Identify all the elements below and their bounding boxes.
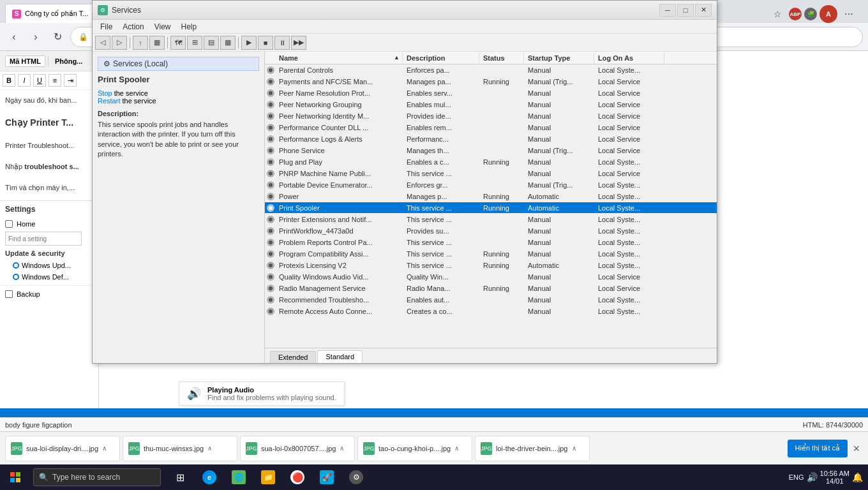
service-row[interactable]: Peer Networking Identity M... Provides i… [265, 110, 717, 122]
settings-search-input[interactable] [5, 232, 82, 246]
download-chevron-icon[interactable]: ∧ [340, 445, 344, 452]
download-chevron-icon[interactable]: ∧ [572, 445, 576, 452]
services-tab-extended[interactable]: Extended [270, 351, 316, 363]
service-name: Printer Extensions and Notif... [276, 216, 404, 223]
service-row[interactable]: Plug and Play Enables a c... Running Man… [265, 156, 717, 168]
windows-defender-item[interactable]: Windows Def... [0, 271, 98, 283]
service-row[interactable]: Print Spooler This service ... Running A… [265, 202, 717, 214]
extension-puzzle-icon[interactable]: 🧩 [804, 8, 817, 20]
minimize-button[interactable]: ─ [659, 4, 676, 17]
col-logon[interactable]: Log On As [594, 53, 664, 63]
service-row[interactable]: Peer Name Resolution Prot... Enables ser… [265, 87, 717, 99]
download-chevron-icon[interactable]: ∧ [207, 445, 212, 452]
windows-update-item[interactable]: Windows Upd... [0, 260, 98, 271]
service-row[interactable]: Payments and NFC/SE Man... Manages pa...… [265, 76, 717, 87]
taskbar-app-settings[interactable]: ⚙ [342, 464, 370, 490]
service-row[interactable]: Problem Reports Control Pa... This servi… [265, 237, 717, 248]
status-html-info: HTML: 8744/30000 [803, 421, 863, 429]
svg-point-13 [269, 137, 273, 141]
backup-item[interactable]: Backup [0, 288, 98, 300]
toolbar-filter[interactable]: ⊞ [187, 36, 202, 50]
list-button[interactable]: ≡ [49, 74, 61, 87]
service-row[interactable]: Protexis Licensing V2 This service ... R… [265, 260, 717, 271]
browser-menu-icon[interactable]: ⋯ [840, 5, 858, 23]
download-item-3[interactable]: JPG tao-o-cung-khoi-p....jpg ∧ [357, 436, 472, 461]
close-button[interactable]: ✕ [695, 4, 712, 17]
toolbar-prop2[interactable]: ▦ [220, 36, 236, 50]
adblock-icon[interactable]: ABP [789, 8, 802, 20]
download-item-2[interactable]: JPG sua-loi-0x8007057....jpg ∧ [240, 436, 355, 461]
services-table[interactable]: Parental Controls Enforces pa... Manual … [265, 64, 717, 348]
toolbar-stop[interactable]: ■ [258, 36, 273, 50]
taskbar-app-chrome[interactable]: 🔴 [283, 464, 311, 490]
bold-button[interactable]: B [3, 74, 15, 87]
svg-point-3 [269, 80, 273, 84]
toolbar-map[interactable]: 🗺 [170, 36, 186, 50]
toolbar-prop1[interactable]: ▤ [204, 36, 219, 50]
editor-tab-html[interactable]: Mã HTML [5, 56, 45, 67]
service-row[interactable]: Portable Device Enumerator... Enforces g… [265, 179, 717, 191]
taskbar-app-network[interactable]: 🌐 [225, 464, 253, 490]
service-row[interactable]: Power Manages p... Running Automatic Loc… [265, 191, 717, 202]
service-row[interactable]: Parental Controls Enforces pa... Manual … [265, 64, 717, 76]
services-tab-standard[interactable]: Standard [317, 350, 363, 363]
taskbar-app-edge[interactable]: e [195, 464, 223, 490]
col-status[interactable]: Status [479, 53, 524, 63]
service-row[interactable]: PrintWorkflow_4473a0d Provides su... Man… [265, 225, 717, 237]
stop-service-link[interactable]: Stop [98, 89, 112, 97]
download-chevron-icon[interactable]: ∧ [102, 445, 107, 452]
service-row[interactable]: Phone Service Manages th... Manual (Trig… [265, 145, 717, 156]
service-row[interactable]: Performance Logs & Alerts Performanc... … [265, 133, 717, 145]
backup-icon [5, 290, 13, 298]
settings-home-item[interactable]: Home [0, 218, 98, 230]
service-row[interactable]: Recommended Troublesho... Enables aut...… [265, 294, 717, 306]
service-row[interactable]: Performance Counter DLL ... Enables rem.… [265, 122, 717, 133]
maximize-button[interactable]: □ [677, 4, 694, 17]
taskbar-app-taskview[interactable]: ⊞ [166, 464, 194, 490]
col-name[interactable]: Name ▲ [275, 53, 403, 63]
download-chevron-icon[interactable]: ∧ [454, 445, 459, 452]
toolbar-forward[interactable]: ▷ [112, 36, 127, 50]
toolbar-play[interactable]: ▶ [241, 36, 257, 50]
col-startup[interactable]: Startup Type [524, 53, 594, 63]
favorites-icon[interactable]: ☆ [768, 5, 786, 23]
profile-avatar[interactable]: A [819, 5, 837, 23]
show-all-downloads-button[interactable]: Hiển thị tất cả [788, 440, 848, 457]
taskbar-app-extra1[interactable]: 🚀 [313, 464, 341, 490]
menu-help[interactable]: Help [176, 21, 202, 33]
service-row[interactable]: Program Compatibility Assi... This servi… [265, 248, 717, 260]
back-button[interactable]: ‹ [5, 28, 23, 46]
indent-button[interactable]: ⇥ [64, 74, 77, 87]
menu-action[interactable]: Action [117, 21, 149, 33]
editor-tab-visual[interactable]: Phông... [51, 56, 86, 66]
italic-button[interactable]: I [18, 74, 31, 87]
service-row[interactable]: Quality Windows Audio Vid... Quality Win… [265, 271, 717, 283]
taskbar-search-box[interactable]: 🔍 Type here to search [33, 468, 161, 486]
download-item-1[interactable]: JPG thu-muc-winsxs.jpg ∧ [123, 436, 237, 461]
menu-file[interactable]: File [95, 21, 117, 33]
col-description[interactable]: Description [403, 53, 479, 63]
underline-button[interactable]: U [33, 74, 46, 87]
taskbar-app-files[interactable]: 📁 [254, 464, 282, 490]
toolbar-up[interactable]: ↑ [133, 36, 148, 50]
toolbar-pause[interactable]: ⏸ [274, 36, 290, 50]
service-row[interactable]: PNRP Machine Name Publi... This service … [265, 168, 717, 179]
forward-button[interactable]: › [27, 28, 45, 46]
service-row[interactable]: Radio Management Service Radio Mana... R… [265, 283, 717, 294]
download-item-4[interactable]: JPG loi-the-driver-bein....jpg ∧ [475, 436, 590, 461]
toolbar-restart[interactable]: ▶▶ [291, 36, 306, 50]
service-row[interactable]: Remote Access Auto Conne... Creates a co… [265, 306, 717, 317]
notifications-icon[interactable]: 🔔 [852, 472, 863, 482]
close-downloads-button[interactable]: ✕ [850, 443, 863, 454]
refresh-button[interactable]: ↻ [49, 28, 66, 46]
service-description: Creates a co... [404, 308, 481, 315]
service-row[interactable]: Printer Extensions and Notif... This ser… [265, 214, 717, 225]
menu-view[interactable]: View [149, 21, 176, 33]
restart-service-link[interactable]: Restart [98, 97, 120, 105]
download-item-0[interactable]: JPG sua-loi-display-dri....jpg ∧ [5, 436, 120, 461]
toolbar-show-hide[interactable]: ▦ [149, 36, 165, 50]
service-row[interactable]: Peer Networking Grouping Enables mul... … [265, 99, 717, 110]
volume-icon[interactable]: 🔊 [807, 472, 818, 482]
start-button[interactable] [0, 464, 31, 490]
toolbar-back[interactable]: ◁ [95, 36, 110, 50]
